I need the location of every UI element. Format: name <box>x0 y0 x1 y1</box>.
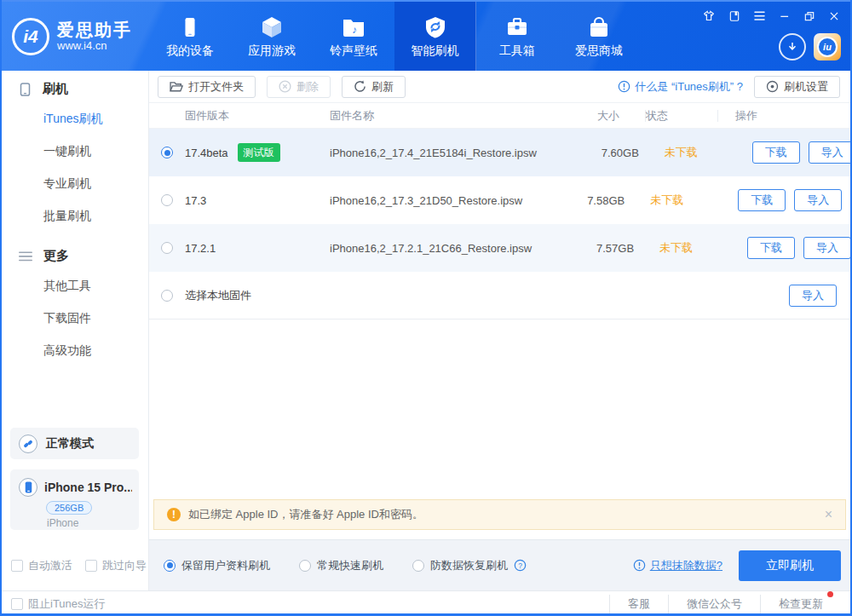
erase-data-link[interactable]: 只想抹除数据? <box>633 558 722 573</box>
titlebar-controls <box>702 9 840 22</box>
flash-mode-radio[interactable]: 常规快速刷机 <box>299 558 383 573</box>
radio-icon <box>164 560 176 572</box>
link-mode-icon <box>19 435 37 453</box>
ringtone-icon: ♪ <box>342 14 366 39</box>
apps-icon <box>260 14 284 39</box>
what-is-itunes-flash-link[interactable]: 什么是 “iTunes刷机” ? <box>618 79 743 95</box>
nav-item-apps[interactable]: 应用游戏 <box>231 2 313 71</box>
import-button[interactable]: 导入 <box>803 237 851 259</box>
firmware-size: 7.60GB <box>537 147 639 159</box>
download-button[interactable]: 下载 <box>738 189 786 211</box>
import-button[interactable]: 导入 <box>794 189 842 211</box>
sidebar-group-more: 更多其他工具下载固件高级功能 <box>0 238 148 367</box>
open-folder-button[interactable]: 打开文件夹 <box>158 76 256 98</box>
radio-icon <box>412 560 424 572</box>
skin-icon[interactable] <box>702 9 716 22</box>
firmware-row: 17.4beta测试版iPhone16,2_17.4_21E5184i_Rest… <box>149 129 852 176</box>
app-icon-inner: iu <box>817 37 838 57</box>
flash-mode-radio[interactable]: 防数据恢复刷机? <box>412 558 527 573</box>
device-phone-icon <box>19 478 37 497</box>
firmware-radio[interactable] <box>161 290 173 302</box>
firmware-name: iPhone16,2_17.3_21D50_Restore.ipsw <box>330 194 522 207</box>
header: i4 爱思助手 www.i4.cn 我的设备应用游戏♪铃声壁纸智能刷机工具箱爱思… <box>0 0 852 71</box>
main-panel: 打开文件夹 删除 刷新 什么是 “iTunes刷机” ? 刷机设置 <box>149 71 852 590</box>
beta-badge: 测试版 <box>238 143 280 162</box>
statusbar-link[interactable]: 客服 <box>609 595 668 613</box>
info-icon <box>633 559 646 572</box>
sidebar-item[interactable]: 其他工具 <box>0 270 148 302</box>
device-name: iPhone 15 Pro... <box>44 481 132 494</box>
minimize-icon[interactable] <box>779 10 791 22</box>
close-icon[interactable] <box>828 10 840 22</box>
download-manager-button[interactable] <box>779 33 806 60</box>
nav-item-ringtone[interactable]: ♪铃声壁纸 <box>313 2 394 71</box>
sidebar-checkbox[interactable]: 跳过向导 <box>85 558 147 573</box>
firmware-radio[interactable] <box>161 242 173 254</box>
firmware-row: 17.2.1iPhone16,2_17.2.1_21C66_Restore.ip… <box>149 224 852 272</box>
gear-icon <box>766 80 779 93</box>
statusbar-link[interactable]: 微信公众号 <box>668 595 760 613</box>
flash-mode-radio[interactable]: 保留用户资料刷机 <box>164 558 270 573</box>
firmware-size: 7.58GB <box>522 194 625 207</box>
notice-close-icon[interactable]: × <box>825 507 832 522</box>
maximize-icon[interactable] <box>803 10 815 22</box>
firmware-version: 17.2.1 <box>185 242 216 255</box>
statusbar: 阻止iTunes运行 客服微信公众号检查更新 <box>0 590 852 616</box>
sidebar-item[interactable]: 下载固件 <box>0 302 148 335</box>
device-card[interactable]: iPhone 15 Pro... 256GB iPhone <box>10 469 139 530</box>
firmware-version: 17.3 <box>185 194 206 207</box>
app-icon[interactable]: iu <box>814 33 841 60</box>
toolbox-icon <box>505 14 529 39</box>
firmware-radio[interactable] <box>161 194 173 206</box>
menu-icon[interactable] <box>753 10 766 21</box>
card-icon[interactable] <box>728 10 740 22</box>
toolbar: 打开文件夹 删除 刷新 什么是 “iTunes刷机” ? 刷机设置 <box>149 71 852 103</box>
delete-icon <box>279 80 291 93</box>
main-nav: 我的设备应用游戏♪铃声壁纸智能刷机工具箱爱思商城 <box>149 2 640 71</box>
firmware-radio[interactable] <box>161 147 173 158</box>
menu-lines-icon <box>19 250 32 262</box>
checkbox-icon <box>11 560 23 572</box>
logo-icon: i4 <box>12 18 49 55</box>
download-button[interactable]: 下载 <box>747 237 795 259</box>
device-icon <box>180 14 200 39</box>
nav-item-toolbox[interactable]: 工具箱 <box>476 2 558 71</box>
import-button[interactable]: 导入 <box>789 285 837 307</box>
help-icon[interactable]: ? <box>514 559 527 572</box>
flash-settings-button[interactable]: 刷机设置 <box>754 76 840 98</box>
sidebar-item[interactable]: 一键刷机 <box>0 135 148 168</box>
notice-text: 如已绑定 Apple ID，请准备好 Apple ID和密码。 <box>188 507 423 522</box>
apple-id-notice: ! 如已绑定 Apple ID，请准备好 Apple ID和密码。 × <box>153 499 846 530</box>
mode-card[interactable]: 正常模式 <box>10 428 139 459</box>
import-button[interactable]: 导入 <box>809 141 852 164</box>
nav-item-store[interactable]: 爱思商城 <box>558 2 640 71</box>
nav-item-device[interactable]: 我的设备 <box>149 2 231 71</box>
mode-label: 正常模式 <box>46 436 94 452</box>
sidebar-group-header-more[interactable]: 更多 <box>0 242 148 270</box>
phone-outline-icon <box>19 82 32 97</box>
refresh-button[interactable]: 刷新 <box>342 76 406 98</box>
delete-button[interactable]: 删除 <box>267 76 331 98</box>
store-icon <box>588 14 610 39</box>
sidebar-checkbox[interactable]: 自动激活 <box>11 558 72 573</box>
download-button[interactable]: 下载 <box>752 141 800 164</box>
sidebar-item[interactable]: iTunes刷机 <box>0 103 148 135</box>
statusbar-link[interactable]: 检查更新 <box>760 595 841 613</box>
block-itunes-checkbox[interactable]: 阻止iTunes运行 <box>11 596 106 612</box>
firmware-version: 选择本地固件 <box>185 288 251 303</box>
sidebar-item[interactable]: 高级功能 <box>0 335 148 367</box>
flash-now-button[interactable]: 立即刷机 <box>739 550 841 581</box>
download-arrow-icon <box>786 40 799 54</box>
firmware-status: 未下载 <box>665 145 737 160</box>
firmware-status: 未下载 <box>659 240 732 256</box>
sidebar-item[interactable]: 批量刷机 <box>0 200 148 233</box>
sidebar-group-header-shuaji[interactable]: 刷机 <box>0 75 148 103</box>
sidebar-checkboxes: 自动激活跳过向导 <box>11 558 147 573</box>
sidebar-item[interactable]: 专业刷机 <box>0 168 148 200</box>
firmware-table: 17.4beta测试版iPhone16,2_17.4_21E5184i_Rest… <box>149 129 852 320</box>
sidebar-group-shuaji: 刷机iTunes刷机一键刷机专业刷机批量刷机 <box>0 71 148 233</box>
nav-item-flash[interactable]: 智能刷机 <box>394 2 476 71</box>
table-header: 固件版本 固件名称 大小 状态 操作 <box>149 103 852 129</box>
flash-options-bar: 保留用户资料刷机常规快速刷机防数据恢复刷机? 只想抹除数据? 立即刷机 <box>149 539 852 590</box>
svg-text:?: ? <box>518 561 522 570</box>
